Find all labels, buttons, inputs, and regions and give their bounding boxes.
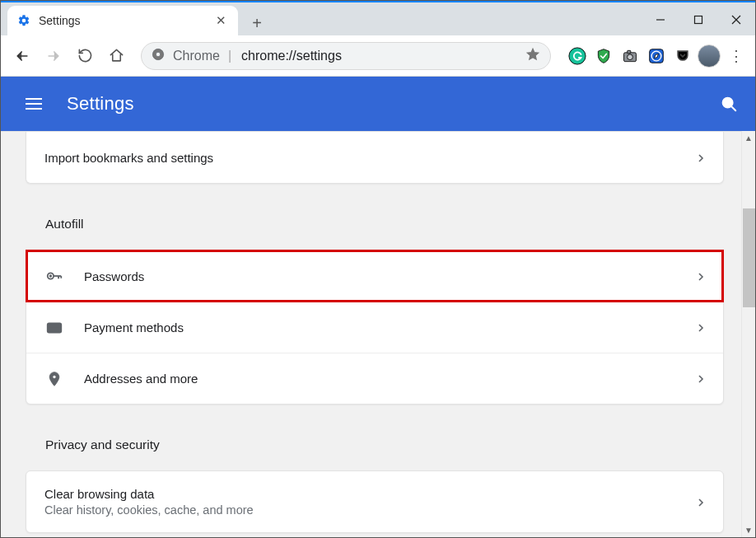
settings-header: Settings bbox=[1, 77, 755, 131]
addresses-label: Addresses and more bbox=[84, 372, 697, 386]
search-icon[interactable] bbox=[714, 89, 744, 119]
privacy-section-title: Privacy and security bbox=[45, 437, 724, 452]
window-titlebar: Settings ✕ + bbox=[1, 1, 755, 35]
browser-menu-icon[interactable]: ⋮ bbox=[726, 43, 747, 69]
clear-browsing-data-label: Clear browsing data bbox=[44, 487, 254, 501]
chrome-logo-icon bbox=[152, 48, 165, 64]
grammarly-icon[interactable] bbox=[567, 46, 587, 66]
bookmark-star-icon[interactable] bbox=[525, 47, 540, 65]
browser-toolbar: Chrome | chrome://settings ⋮ bbox=[1, 35, 755, 77]
import-bookmarks-row[interactable]: Import bookmarks and settings bbox=[26, 132, 723, 183]
chevron-right-icon bbox=[697, 151, 705, 165]
chevron-right-icon bbox=[697, 495, 705, 509]
credit-card-icon bbox=[44, 318, 64, 338]
svg-rect-9 bbox=[628, 50, 631, 53]
people-card: Import bookmarks and settings bbox=[26, 132, 724, 184]
window-controls bbox=[642, 4, 755, 35]
close-tab-icon[interactable]: ✕ bbox=[213, 13, 228, 28]
settings-content: Import bookmarks and settings Autofill P… bbox=[1, 131, 741, 537]
chevron-right-icon bbox=[697, 372, 705, 386]
payment-methods-row[interactable]: Payment methods bbox=[26, 302, 723, 353]
compass-icon[interactable] bbox=[646, 46, 666, 66]
svg-rect-1 bbox=[695, 16, 702, 24]
forward-button bbox=[40, 43, 67, 69]
profile-avatar[interactable] bbox=[698, 44, 721, 68]
svg-point-8 bbox=[628, 54, 633, 59]
passwords-label: Passwords bbox=[84, 269, 697, 283]
privacy-card: Clear browsing data Clear history, cooki… bbox=[26, 470, 724, 533]
svg-point-15 bbox=[49, 275, 52, 278]
camera-icon[interactable] bbox=[620, 46, 640, 66]
svg-point-6 bbox=[569, 47, 586, 63]
key-icon bbox=[44, 266, 64, 286]
scroll-up-icon[interactable]: ▲ bbox=[742, 131, 755, 145]
new-tab-button[interactable]: + bbox=[245, 11, 269, 35]
svg-point-21 bbox=[53, 375, 56, 378]
back-button[interactable] bbox=[9, 43, 35, 69]
omnibox-site: Chrome bbox=[173, 49, 220, 63]
autofill-card: Passwords Payment methods bbox=[26, 250, 724, 405]
import-bookmarks-label: Import bookmarks and settings bbox=[44, 151, 697, 165]
content-wrap: Import bookmarks and settings Autofill P… bbox=[1, 131, 755, 537]
clear-browsing-data-sub: Clear history, cookies, cache, and more bbox=[44, 503, 254, 517]
svg-line-13 bbox=[731, 106, 735, 110]
scroll-thumb[interactable] bbox=[743, 208, 755, 307]
maximize-button[interactable] bbox=[679, 7, 717, 33]
chevron-right-icon bbox=[697, 269, 705, 283]
svg-point-5 bbox=[156, 52, 160, 56]
svg-rect-19 bbox=[48, 323, 62, 332]
extensions-bar bbox=[567, 46, 693, 66]
autofill-section-title: Autofill bbox=[45, 217, 724, 232]
page-title: Settings bbox=[67, 93, 134, 115]
clear-browsing-data-row[interactable]: Clear browsing data Clear history, cooki… bbox=[26, 471, 723, 532]
address-bar[interactable]: Chrome | chrome://settings bbox=[141, 42, 551, 70]
omnibox-separator: | bbox=[228, 49, 231, 63]
shield-icon[interactable] bbox=[594, 46, 614, 66]
pocket-icon[interactable] bbox=[673, 46, 693, 66]
location-pin-icon bbox=[44, 369, 64, 389]
minimize-button[interactable] bbox=[642, 7, 679, 33]
addresses-row[interactable]: Addresses and more bbox=[26, 353, 723, 404]
reload-button[interactable] bbox=[72, 43, 98, 69]
chevron-right-icon bbox=[697, 320, 705, 334]
payment-methods-label: Payment methods bbox=[84, 320, 697, 334]
omnibox-url: chrome://settings bbox=[241, 49, 525, 63]
browser-tab[interactable]: Settings ✕ bbox=[7, 6, 238, 35]
hamburger-menu-icon[interactable] bbox=[26, 92, 49, 115]
scroll-down-icon[interactable]: ▼ bbox=[742, 523, 755, 537]
close-window-button[interactable] bbox=[717, 7, 755, 33]
passwords-row[interactable]: Passwords bbox=[26, 250, 723, 302]
scrollbar[interactable]: ▲ ▼ bbox=[741, 131, 755, 537]
tab-title: Settings bbox=[39, 14, 213, 27]
home-button[interactable] bbox=[103, 43, 129, 69]
gear-icon bbox=[17, 14, 30, 27]
